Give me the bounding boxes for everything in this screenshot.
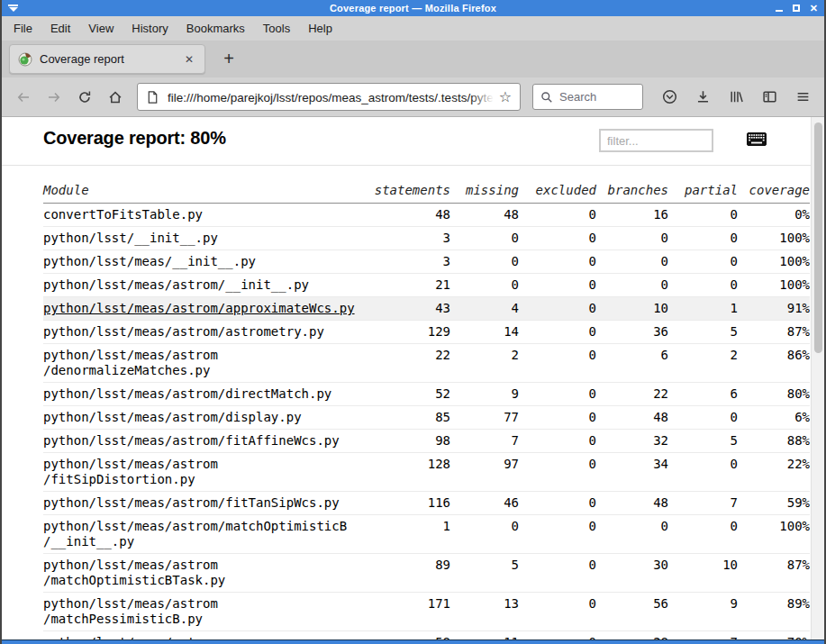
coverage-cell: 87% — [738, 321, 810, 344]
missing-cell: 9 — [450, 383, 519, 406]
module-link[interactable]: python/lsst/meas/astrom/__init__.py — [43, 277, 309, 292]
table-row: python/lsst/meas/astrom /matchPessimisti… — [43, 631, 810, 640]
maximize-button[interactable] — [793, 5, 800, 12]
partial-cell: 0 — [668, 453, 738, 492]
table-row: python/lsst/meas/astrom /fitSipDistortio… — [43, 453, 810, 492]
keyboard-shortcuts-icon[interactable] — [747, 132, 767, 146]
module-link[interactable]: python/lsst/meas/astrom/fitTanSipWcs.py — [43, 495, 340, 510]
branches-cell: 32 — [596, 430, 668, 453]
menu-edit[interactable]: Edit — [41, 18, 79, 39]
partial-cell: 1 — [668, 297, 738, 321]
module-link[interactable]: python/lsst/meas/__init__.py — [43, 254, 256, 268]
module-link[interactable]: python/lsst/meas/astrom /matchOptimistic… — [43, 558, 225, 587]
module-link[interactable]: python/lsst/meas/astrom /fitSipDistortio… — [43, 457, 218, 486]
forward-icon[interactable] — [41, 84, 68, 111]
column-header-module[interactable]: Module — [43, 179, 369, 204]
url-text: file:///home/parejkoj/lsst/repos/meas_as… — [168, 91, 494, 104]
partial-cell: 9 — [668, 593, 738, 631]
back-icon[interactable] — [10, 84, 37, 111]
table-row: python/lsst/meas/astrom/__init__.py 21 0… — [43, 274, 810, 297]
search-box[interactable] — [532, 84, 643, 110]
coverage-cell: 6% — [738, 406, 810, 430]
module-link[interactable]: python/lsst/meas/astrom/directMatch.py — [43, 386, 331, 401]
tab-close-icon[interactable]: ✕ — [182, 51, 196, 68]
excluded-cell: 0 — [519, 321, 596, 344]
library-icon[interactable] — [722, 84, 749, 111]
partial-cell: 0 — [668, 406, 738, 430]
coverage-cell: 59% — [738, 492, 810, 515]
module-link[interactable]: python/lsst/meas/astrom/approximateWcs.p… — [43, 301, 355, 315]
table-row: python/lsst/meas/astrom/display.py 85 77… — [43, 406, 810, 430]
module-link[interactable]: python/lsst/meas/astrom/astrometry.py — [43, 324, 324, 339]
coverage-cell: 70% — [738, 631, 810, 640]
branches-cell: 22 — [596, 383, 668, 406]
column-header-excluded[interactable]: excluded — [519, 179, 596, 204]
tab-coverage-report[interactable]: Coverage report ✕ — [9, 44, 205, 74]
module-link[interactable]: convertToFitsTable.py — [43, 207, 203, 222]
close-button[interactable]: ✕ — [810, 4, 818, 13]
excluded-cell: 0 — [519, 227, 596, 250]
menu-view[interactable]: View — [79, 18, 123, 39]
missing-cell: 2 — [450, 344, 519, 383]
excluded-cell: 0 — [519, 383, 596, 406]
menu-tools[interactable]: Tools — [254, 18, 299, 39]
scrollbar-thumb[interactable] — [814, 122, 822, 353]
statements-cell: 58 — [369, 631, 450, 640]
tab-bar: Coverage report ✕ + — [2, 41, 824, 77]
excluded-cell: 0 — [519, 406, 596, 430]
window-menu-icon[interactable] — [7, 4, 19, 13]
new-tab-button[interactable]: + — [216, 47, 241, 72]
column-header-statements[interactable]: statements — [369, 179, 450, 204]
table-row: python/lsst/meas/astrom /matchOptimistic… — [43, 554, 810, 593]
pocket-icon[interactable] — [656, 84, 683, 111]
partial-cell: 0 — [668, 250, 738, 274]
minimize-button[interactable] — [776, 10, 783, 12]
table-row: python/lsst/meas/astrom/astrometry.py 12… — [43, 321, 810, 344]
navigation-bar: file:///home/parejkoj/lsst/repos/meas_as… — [2, 77, 824, 117]
coverage-cell: 86% — [738, 344, 810, 383]
module-link[interactable]: python/lsst/__init__.py — [43, 231, 218, 245]
vertical-scrollbar[interactable] — [811, 117, 824, 639]
module-link[interactable]: python/lsst/meas/astrom /matchPessimisti… — [43, 635, 233, 639]
branches-cell: 0 — [596, 515, 668, 554]
module-link[interactable]: python/lsst/meas/astrom/matchOptimisticB… — [43, 519, 347, 549]
statements-cell: 22 — [369, 344, 450, 383]
menu-hamburger-icon[interactable] — [789, 84, 816, 111]
missing-cell: 14 — [450, 321, 519, 344]
column-header-coverage[interactable]: coverage — [738, 179, 810, 204]
excluded-cell: 0 — [519, 250, 596, 274]
missing-cell: 13 — [450, 593, 519, 631]
page-title: Coverage report: 80% — [43, 128, 226, 149]
column-header-missing[interactable]: missing — [450, 179, 519, 204]
module-link[interactable]: python/lsst/meas/astrom/display.py — [43, 410, 302, 424]
download-icon[interactable] — [689, 84, 716, 111]
missing-cell: 4 — [450, 297, 519, 321]
menu-file[interactable]: File — [5, 18, 41, 39]
module-link[interactable]: python/lsst/meas/astrom /denormalizeMatc… — [43, 348, 218, 377]
module-link[interactable]: python/lsst/meas/astrom /matchPessimisti… — [43, 596, 218, 626]
menu-help[interactable]: Help — [299, 18, 341, 39]
coverage-cell: 89% — [738, 593, 810, 631]
branches-cell: 34 — [596, 453, 668, 492]
excluded-cell: 0 — [519, 430, 596, 453]
column-header-partial[interactable]: partial — [668, 179, 738, 204]
branches-cell: 28 — [596, 631, 668, 640]
module-link[interactable]: python/lsst/meas/astrom/fitAffineWcs.py — [43, 433, 340, 448]
sidebar-toggle-icon[interactable] — [756, 84, 783, 111]
table-row: python/lsst/meas/astrom/matchOptimisticB… — [43, 515, 810, 554]
partial-cell: 5 — [668, 321, 738, 344]
column-header-branches[interactable]: branches — [596, 179, 668, 204]
branches-cell: 10 — [596, 297, 668, 321]
excluded-cell: 0 — [519, 344, 596, 383]
menu-history[interactable]: History — [123, 18, 177, 39]
menu-bookmarks[interactable]: Bookmarks — [177, 18, 254, 39]
partial-cell: 0 — [668, 204, 738, 227]
statements-cell: 3 — [369, 250, 450, 274]
search-input[interactable] — [559, 90, 631, 104]
branches-cell: 56 — [596, 593, 668, 631]
home-icon[interactable] — [102, 84, 129, 111]
url-bar[interactable]: file:///home/parejkoj/lsst/repos/meas_as… — [137, 83, 521, 111]
reload-icon[interactable] — [71, 84, 98, 111]
bookmark-star-icon[interactable]: ☆ — [499, 88, 512, 105]
filter-input[interactable] — [599, 129, 713, 152]
